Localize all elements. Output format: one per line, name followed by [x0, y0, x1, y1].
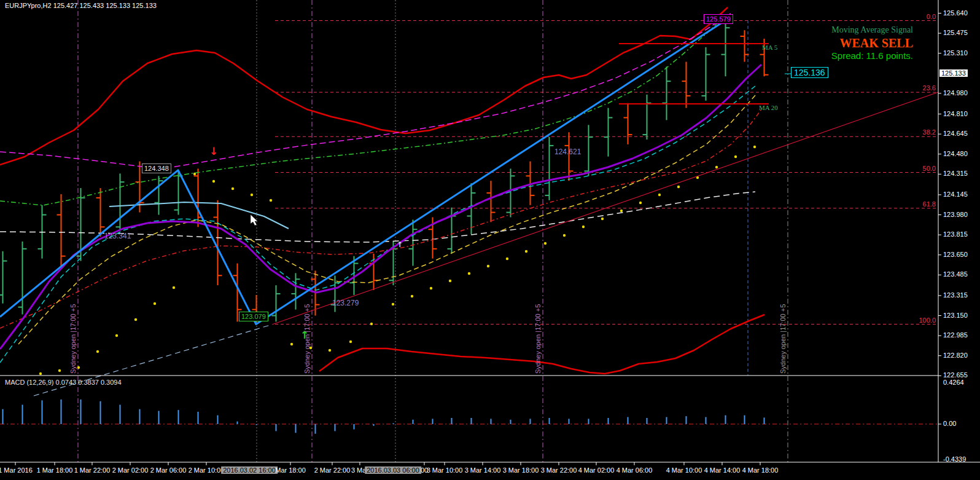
price-axis-label: 123.485: [943, 270, 968, 278]
price-text-124621: 124.621: [554, 148, 581, 156]
ma-red: [0, 109, 761, 328]
ma20-label: MA 20: [759, 104, 778, 111]
psar-dot: [430, 287, 432, 289]
psar-dot: [620, 210, 623, 212]
fib-label-38.2: 38.2: [923, 128, 936, 136]
psar-dot: [639, 202, 642, 204]
sydney-open-label-0: Sydney open |17:00 +5: [69, 304, 77, 374]
ma5-label: MA 5: [762, 44, 777, 51]
psar-dot: [212, 180, 215, 183]
price-axis-label: 125.310: [943, 49, 968, 57]
ma-magenta: [0, 14, 731, 167]
macd-axis-bottom: -0.4339: [943, 455, 966, 463]
psar-dot: [154, 302, 156, 305]
psar-dot: [370, 323, 373, 325]
bollinger-upper: [0, 7, 728, 165]
price-axis-label: 125.475: [943, 29, 968, 36]
price-axis-label: 123.650: [943, 251, 968, 258]
bollinger-lower: [319, 315, 764, 374]
fib-label-50.0: 50.0: [923, 165, 936, 172]
psar-dot: [329, 349, 331, 352]
psar-dot: [715, 166, 718, 168]
price-axis-label: 122.655: [943, 371, 968, 379]
fib-label-23.6: 23.6: [923, 84, 936, 92]
psar-dot: [449, 280, 451, 282]
time-axis-label: 3 Mar 14:00: [465, 466, 501, 474]
psar-dot: [39, 372, 42, 375]
price-axis-label: 124.145: [943, 191, 968, 198]
time-axis-label: Mar 18:00: [275, 466, 306, 474]
time-axis-label: 3 Mar 18:00: [503, 466, 539, 474]
signal-panel-signal: WEAK SELL: [840, 36, 913, 50]
psar-dot: [115, 334, 118, 337]
psar-dot: [563, 234, 566, 237]
time-axis-label: 4 Mar 14:00: [704, 466, 741, 474]
zigzag-peak-label: 124.348: [142, 163, 171, 173]
psar-dot: [58, 369, 61, 372]
white-arrow: ↑: [397, 240, 403, 249]
price-axis-label: 123.315: [943, 291, 968, 299]
macd-indicator-label: MACD (12,26,9) 0.0743 0.3837 0.3094: [5, 379, 122, 386]
psar-dot: [468, 272, 470, 275]
sell-arrow: ↓: [209, 145, 218, 157]
zigzag-line: [0, 21, 725, 325]
price-text-123341: 123.341: [104, 232, 131, 240]
time-axis-label: 2 Mar 10:00: [189, 466, 225, 474]
time-axis-label: 1 Mar 22:00: [74, 466, 111, 474]
zigzag-high-label: 125.579: [704, 14, 733, 24]
psar-dot: [411, 295, 413, 297]
chart-canvas[interactable]: 0.023.638.250.061.8100.0↓↑↑: [0, 0, 980, 480]
signal-panel-spread: Spread: 11.6 points.: [831, 50, 913, 61]
psar-dot: [290, 343, 293, 345]
psar-dot: [251, 194, 253, 196]
price-axis-label: 125.640: [943, 9, 968, 17]
psar-dot: [173, 286, 175, 289]
psar-dot: [544, 242, 546, 245]
time-axis-label: 1 Mar 2016: [0, 466, 33, 474]
sydney-open-label-2: Sydney open |17:00 +5: [534, 304, 542, 374]
time-axis-label: 4 Mar 10:00: [666, 466, 702, 474]
psar-dot: [487, 265, 489, 267]
ma-green: [0, 14, 728, 205]
price-axis-label: 123.980: [943, 211, 968, 218]
price-text-123279: 123.279: [332, 299, 359, 307]
psar-dot: [270, 199, 272, 202]
time-axis-label: 4 Mar 02:00: [578, 466, 615, 474]
trading-chart-window: { "window": { "title": "EURJPYpro,H2 125…: [0, 0, 980, 480]
psar-dot: [525, 250, 527, 253]
psar-dot: [349, 340, 352, 343]
price-axis-label: 124.315: [943, 170, 968, 177]
current-price-box: 125.136: [791, 67, 828, 78]
fib-label-0.0: 0.0: [927, 13, 936, 20]
time-axis-label: 2 Mar 22:00: [314, 466, 351, 474]
price-axis-label: 124.645: [943, 130, 968, 137]
signal-panel-title: Moving Average Signal: [831, 25, 913, 35]
price-axis-label: 123.815: [943, 230, 968, 238]
ma-yellow: [18, 95, 755, 344]
line-powderblue: [109, 202, 289, 229]
time-axis-label: 2 Mar 02:00: [112, 466, 149, 474]
psar-dot: [734, 155, 737, 158]
time-axis-label: 4 Mar 18:00: [742, 466, 779, 474]
psar-dot: [506, 258, 508, 260]
time-axis-label: 3 Mar 22:00: [541, 466, 577, 474]
time-axis-label: 2 Mar 06:00: [150, 466, 187, 474]
macd-axis-top: 0.4264: [943, 379, 964, 386]
psar-dot: [677, 186, 680, 188]
price-axis-label: 122.820: [943, 352, 968, 359]
window-title: EURJPYpro,H2 125.427 125.433 125.133 125…: [5, 2, 157, 9]
price-axis-label: 123.150: [943, 312, 968, 319]
psar-dot: [134, 318, 137, 321]
price-axis-label: 124.810: [943, 110, 968, 117]
price-axis-current-label: 125.133: [939, 69, 968, 77]
psar-dot: [582, 226, 585, 228]
price-axis-label: 122.985: [943, 331, 968, 339]
time-axis-label: 1 Mar 18:00: [37, 466, 73, 474]
price-axis-label: 124.480: [943, 150, 968, 157]
sydney-open-label-1: Sydney open |17:00 +5: [303, 304, 311, 374]
psar-dot: [753, 146, 756, 148]
time-axis-label: 4 Mar 06:00: [616, 466, 653, 474]
time-axis-anchor-label: 2016.03.03 06:00: [365, 466, 421, 474]
psar-dot: [392, 303, 394, 305]
sydney-open-label-3: Sydney open |17:00 +5: [779, 304, 787, 374]
